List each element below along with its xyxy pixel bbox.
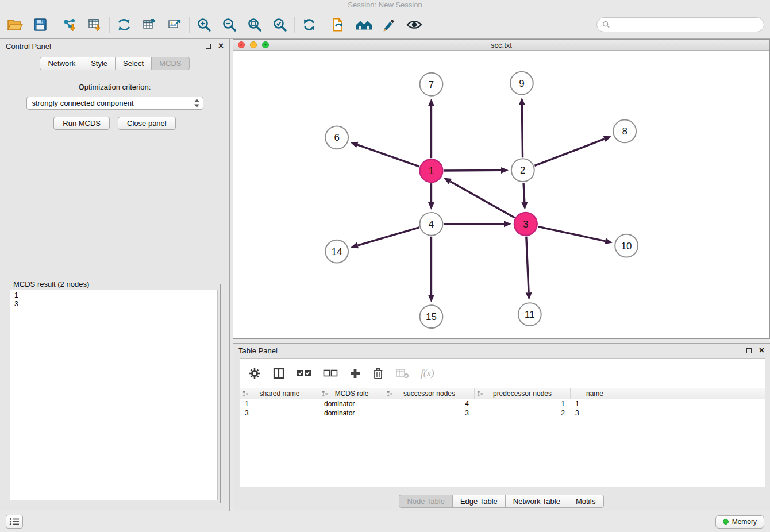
graph-edge-3-10[interactable] bbox=[538, 226, 605, 241]
export-table-button[interactable] bbox=[137, 13, 162, 36]
graph-node-3[interactable]: 3 bbox=[514, 213, 537, 236]
cell-mcds-role[interactable]: dominator bbox=[319, 399, 384, 408]
cell-mcds-role[interactable]: dominator bbox=[319, 408, 384, 418]
float-panel-icon[interactable] bbox=[746, 348, 752, 353]
optimization-criterion-label: Optimization criterion: bbox=[0, 83, 229, 91]
float-panel-icon[interactable] bbox=[206, 44, 211, 49]
deselect-all-button[interactable] bbox=[323, 369, 338, 378]
tab-select[interactable]: Select bbox=[115, 57, 152, 70]
column-header-predecessor-nodes[interactable]: predecessor nodes bbox=[475, 388, 571, 399]
tab-network-table[interactable]: Network Table bbox=[505, 495, 568, 508]
export-image-button[interactable] bbox=[162, 13, 187, 36]
network-canvas[interactable]: 1234678910111415 bbox=[233, 51, 769, 338]
graph-edge-1-2[interactable] bbox=[444, 170, 501, 171]
memory-label: Memory bbox=[732, 518, 757, 526]
graph-node-11[interactable]: 11 bbox=[518, 303, 541, 326]
graph-node-15[interactable]: 15 bbox=[420, 305, 443, 328]
new-network-from-selection-button[interactable] bbox=[326, 13, 351, 36]
close-panel-icon[interactable] bbox=[218, 41, 224, 51]
tab-edge-table[interactable]: Edge Table bbox=[452, 495, 506, 508]
graph-node-8[interactable]: 8 bbox=[613, 120, 636, 143]
zoom-window-button[interactable] bbox=[262, 41, 269, 48]
cell-shared-name[interactable]: 1 bbox=[240, 399, 319, 408]
table-row[interactable]: 3 dominator 3 2 3 bbox=[240, 408, 765, 418]
show-hide-details-button[interactable] bbox=[402, 13, 427, 36]
deselect-all-icon bbox=[323, 369, 338, 378]
graph-edge-1-6[interactable] bbox=[357, 145, 419, 167]
tab-network[interactable]: Network bbox=[40, 57, 83, 70]
network-graph[interactable]: 1234678910111415 bbox=[233, 51, 769, 338]
table-row[interactable]: 1 dominator 4 1 1 bbox=[240, 399, 765, 408]
result-item[interactable]: 3 bbox=[10, 300, 217, 309]
column-header-shared-name[interactable]: shared name bbox=[240, 388, 319, 399]
minimize-window-button[interactable] bbox=[250, 41, 257, 48]
save-session-button[interactable] bbox=[28, 13, 53, 36]
plus-icon bbox=[349, 368, 361, 379]
graph-edge-2-8[interactable] bbox=[534, 139, 604, 165]
column-header-successor-nodes[interactable]: successor nodes bbox=[384, 388, 475, 399]
export-network-button[interactable] bbox=[111, 13, 137, 36]
graph-edge-2-9[interactable] bbox=[522, 105, 522, 158]
zoom-out-button[interactable] bbox=[217, 13, 242, 36]
apply-layout-button[interactable] bbox=[297, 13, 322, 36]
open-session-button[interactable] bbox=[2, 13, 28, 36]
tab-motifs[interactable]: Motifs bbox=[568, 495, 604, 508]
show-columns-button[interactable] bbox=[272, 367, 285, 380]
graph-node-9[interactable]: 9 bbox=[510, 72, 533, 95]
column-label: name bbox=[586, 390, 603, 398]
apply-style-button[interactable] bbox=[376, 13, 402, 36]
tab-node-table[interactable]: Node Table bbox=[399, 495, 453, 508]
delete-columns-button[interactable] bbox=[372, 367, 384, 380]
graph-node-6[interactable]: 6 bbox=[325, 126, 348, 149]
first-neighbors-button[interactable] bbox=[351, 13, 376, 36]
cell-name[interactable]: 1 bbox=[571, 399, 619, 408]
graph-edge-2-3[interactable] bbox=[523, 183, 525, 202]
show-panels-button[interactable] bbox=[6, 515, 23, 529]
column-header-mcds-role[interactable]: MCDS role bbox=[319, 388, 384, 399]
graph-edge-3-1[interactable] bbox=[450, 182, 514, 218]
criterion-selected-value: strongly connected component bbox=[32, 99, 194, 107]
import-table-button[interactable] bbox=[82, 13, 107, 36]
graph-edge-4-14[interactable] bbox=[357, 228, 419, 245]
network-window-titlebar[interactable]: scc.txt bbox=[233, 40, 769, 51]
zoom-in-button[interactable] bbox=[191, 13, 217, 36]
table-settings-button[interactable] bbox=[248, 367, 261, 380]
tab-mcds[interactable]: MCDS bbox=[151, 57, 189, 70]
import-network-button[interactable] bbox=[57, 13, 82, 36]
window-controls bbox=[238, 41, 269, 48]
sort-icon bbox=[322, 391, 328, 397]
svg-text:1: 1 bbox=[429, 165, 434, 176]
close-panel-icon[interactable] bbox=[759, 346, 764, 355]
search-input[interactable] bbox=[613, 20, 759, 29]
result-item[interactable]: 1 bbox=[10, 291, 217, 300]
graph-node-2[interactable]: 2 bbox=[511, 159, 534, 182]
graph-node-7[interactable]: 7 bbox=[420, 73, 443, 96]
mcds-result-list[interactable]: 1 3 bbox=[10, 290, 218, 500]
cell-successor-nodes[interactable]: 4 bbox=[384, 399, 475, 408]
function-builder-button: f(x) bbox=[421, 368, 434, 379]
graph-edge-arrowhead bbox=[526, 292, 532, 300]
graph-edge-3-11[interactable] bbox=[526, 237, 529, 293]
column-header-name[interactable]: name bbox=[571, 388, 619, 399]
cell-predecessor-nodes[interactable]: 2 bbox=[475, 408, 571, 418]
run-mcds-button[interactable]: Run MCDS bbox=[53, 117, 110, 130]
graph-node-1[interactable]: 1 bbox=[420, 159, 443, 182]
svg-text:15: 15 bbox=[426, 311, 437, 322]
graph-node-4[interactable]: 4 bbox=[420, 213, 443, 236]
graph-node-10[interactable]: 10 bbox=[615, 234, 638, 257]
zoom-fit-button[interactable] bbox=[242, 13, 267, 36]
cell-predecessor-nodes[interactable]: 1 bbox=[475, 399, 571, 408]
cell-shared-name[interactable]: 3 bbox=[240, 408, 319, 418]
optimization-criterion-select[interactable]: strongly connected component bbox=[26, 97, 203, 110]
select-all-button[interactable] bbox=[297, 369, 311, 378]
tab-style[interactable]: Style bbox=[83, 57, 116, 70]
graph-node-14[interactable]: 14 bbox=[325, 240, 348, 263]
memory-button[interactable]: Memory bbox=[715, 515, 764, 529]
create-column-button[interactable] bbox=[349, 368, 361, 379]
cell-name[interactable]: 3 bbox=[571, 408, 619, 418]
cell-successor-nodes[interactable]: 3 bbox=[384, 408, 475, 418]
zoom-selected-button[interactable] bbox=[267, 13, 292, 36]
close-window-button[interactable] bbox=[238, 41, 245, 48]
close-panel-button[interactable]: Close panel bbox=[118, 117, 176, 130]
zoom-out-icon bbox=[222, 17, 237, 32]
